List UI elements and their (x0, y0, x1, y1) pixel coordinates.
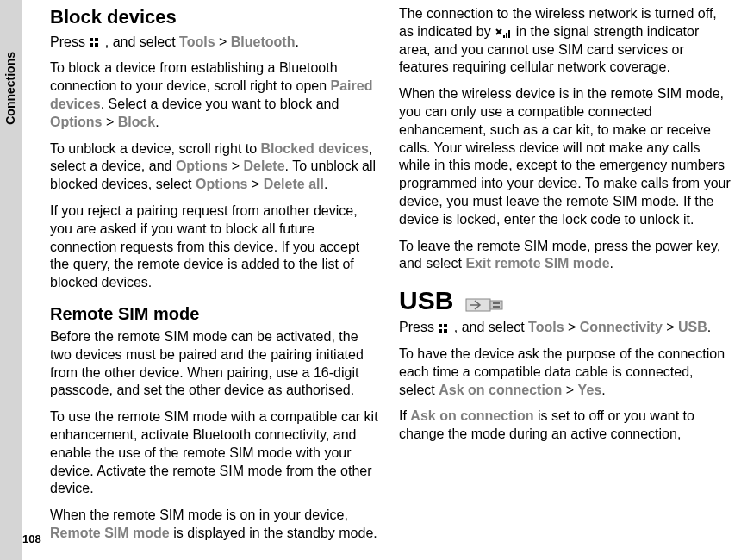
remote-sim-p5: To leave the remote SIM mode, press the … (399, 238, 731, 274)
svg-rect-2 (90, 43, 93, 47)
svg-rect-13 (439, 324, 442, 327)
remote-sim-p2: To use the remote SIM mode with a compat… (50, 408, 382, 498)
svg-rect-3 (95, 43, 98, 47)
page-number: 108 (22, 532, 41, 547)
label-delete: Delete (244, 159, 285, 173)
svg-rect-12 (493, 306, 500, 308)
remote-sim-p4: When the wireless device is in the remot… (399, 85, 731, 228)
block-devices-p3: To unblock a device, scroll right to Blo… (50, 140, 382, 194)
svg-rect-7 (506, 33, 507, 38)
label-ask-on-connection: Ask on connection (439, 383, 562, 397)
sidebar-section-label: Connections (3, 52, 18, 125)
svg-rect-10 (490, 301, 502, 309)
heading-block-devices: Block devices (50, 5, 382, 30)
svg-rect-16 (444, 329, 447, 333)
label-yes: Yes (578, 383, 602, 397)
label-bluetooth: Bluetooth (231, 34, 296, 49)
signal-x-icon (495, 27, 512, 39)
label-connectivity: Connectivity (580, 320, 663, 334)
svg-rect-15 (439, 329, 442, 333)
label-options: Options (50, 115, 102, 129)
usb-cable-icon (464, 290, 506, 314)
heading-remote-sim: Remote SIM mode (50, 302, 382, 325)
label-options: Options (196, 177, 247, 191)
usb-p3: If Ask on connection is set to off or yo… (399, 408, 731, 444)
menu-key-icon (438, 323, 450, 333)
label-exit-remote-sim: Exit remote SIM mode (465, 256, 609, 271)
remote-sim-p1: Before the remote SIM mode can be activa… (50, 328, 382, 400)
usb-p2: To have the device ask the purpose of th… (399, 345, 731, 399)
block-devices-p1: Press , and select Tools > Bluetooth. (50, 34, 382, 52)
label-block: Block (118, 115, 156, 129)
svg-rect-6 (503, 35, 505, 38)
svg-rect-8 (508, 30, 510, 38)
label-delete-all: Delete all (264, 177, 324, 191)
svg-rect-11 (493, 302, 500, 304)
usb-p1: Press , and select Tools > Connectivity … (399, 319, 731, 337)
page-content: Block devices Press , and select Tools >… (50, 5, 731, 548)
svg-rect-14 (444, 324, 447, 327)
label-blocked-devices: Blocked devices (261, 141, 369, 156)
block-devices-p2: To block a device from establishing a Bl… (50, 59, 382, 131)
label-remote-sim-mode: Remote SIM mode (50, 526, 170, 540)
heading-usb: USB (399, 283, 731, 317)
label-options: Options (176, 159, 227, 173)
label-usb: USB (678, 320, 707, 334)
label-tools: Tools (528, 320, 564, 334)
sidebar: Connections (0, 0, 22, 560)
svg-rect-0 (90, 38, 93, 41)
label-ask-on-connection: Ask on connection (410, 408, 533, 423)
block-devices-p4: If you reject a pairing request from ano… (50, 202, 382, 292)
menu-key-icon (89, 37, 101, 47)
label-tools: Tools (179, 34, 215, 49)
svg-rect-1 (95, 38, 98, 41)
